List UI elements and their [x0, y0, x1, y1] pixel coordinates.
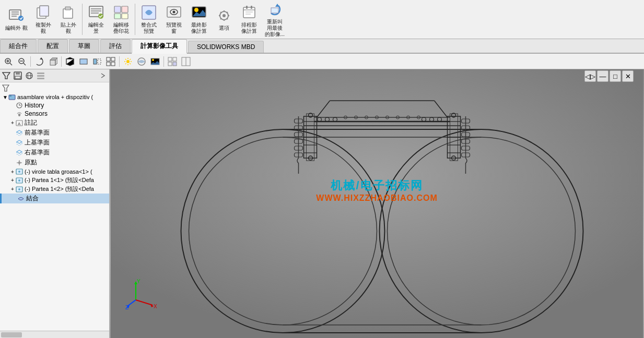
bottom-scrollbar[interactable] [0, 331, 109, 338]
partea1-expand[interactable]: + [9, 177, 16, 183]
tree-filter-row[interactable] [0, 83, 109, 93]
tab-assembly[interactable]: 組合件 [0, 39, 37, 53]
vp-close[interactable]: ✕ [622, 70, 634, 82]
toolbar-preview[interactable]: 預覽視窗 [162, 3, 185, 35]
paste-exterior-label: 貼上外觀 [61, 22, 76, 34]
tree-partea2[interactable]: + (-) Partea 1<2> (預設<Defa [0, 185, 109, 194]
svg-line-50 [130, 63, 131, 64]
wireframe-icon[interactable] [64, 55, 76, 68]
sensors-expand [9, 111, 16, 117]
tree-origin[interactable]: 原點 [0, 158, 109, 167]
viewport[interactable]: 机械/电子招标网 WWW.HIXZZHAOBIAO.COM Y Z X ◁ [110, 69, 644, 338]
tree-combine[interactable]: 結合 [0, 194, 109, 203]
virole-expand[interactable]: + [9, 169, 16, 175]
toolbar-final-render[interactable]: 最終影像計算 [188, 3, 210, 35]
svg-marker-72 [3, 85, 9, 91]
reload-label: 重新叫用最後的影像... [265, 19, 285, 38]
split-icon[interactable] [180, 55, 192, 68]
svg-point-44 [126, 60, 130, 63]
edit-exterior-label: 編輯外 觀 [5, 25, 28, 31]
toolbar-divider-2 [135, 4, 135, 35]
toolbar-paste-exterior[interactable]: 貼上外觀 [57, 3, 80, 35]
toolbar-edit-full[interactable]: 編輯全景 [85, 3, 108, 35]
rotate-icon[interactable] [33, 55, 45, 68]
light-icon[interactable] [122, 55, 134, 68]
tree-front-plane-label: 前基準面 [25, 128, 50, 137]
tab-bar: 組合件 配置 草圖 評估 計算影像工具 SOLIDWORKS MBD [0, 39, 644, 54]
material-icon[interactable] [135, 55, 148, 68]
svg-rect-9 [122, 6, 128, 13]
svg-point-85 [18, 179, 20, 182]
icon-sep-4 [163, 56, 164, 67]
tree-top-plane[interactable]: 上基準面 [0, 138, 109, 148]
scrollbar-thumb[interactable] [1, 332, 22, 337]
tree-root[interactable]: ▼ asamblare virola + dispozitiv ( [0, 93, 109, 101]
svg-rect-4 [63, 9, 73, 18]
svg-rect-42 [107, 62, 110, 66]
reload-icon [266, 1, 283, 18]
final-render-icon [191, 4, 207, 21]
tree-sensors-label: Sensors [25, 110, 48, 117]
partea2-expand[interactable]: + [9, 186, 16, 192]
composite-label: 整合式預覽 [141, 22, 157, 34]
svg-rect-74 [9, 95, 11, 96]
tree-sensors[interactable]: Sensors [0, 110, 109, 118]
svg-rect-10 [114, 14, 121, 19]
tree-virole[interactable]: + (-) virole tabla groasa<1> ( [0, 167, 109, 176]
composite-icon [140, 4, 157, 21]
tree-root-label: asamblare virola + dispozitiv ( [17, 94, 93, 100]
vp-collapse-left[interactable]: ◁▷ [584, 70, 596, 82]
svg-point-1 [18, 16, 24, 21]
svg-line-52 [125, 63, 126, 64]
svg-rect-5 [65, 7, 71, 10]
lp-filter-icon[interactable] [1, 70, 11, 81]
annotation-expand[interactable]: + [9, 120, 16, 126]
tab-evaluate[interactable]: 評估 [100, 39, 131, 53]
view3-icon[interactable] [104, 55, 117, 68]
svg-rect-88 [111, 69, 643, 338]
toolbar-edit-multiple[interactable]: 編輯移疊印花 [110, 3, 133, 35]
edit-full-label: 編輯全景 [88, 22, 104, 34]
lp-save-icon[interactable] [13, 70, 23, 81]
icon-sep-1 [30, 56, 31, 67]
vp-restore[interactable]: □ [610, 70, 621, 82]
tree-front-plane[interactable]: 前基準面 [0, 128, 109, 138]
history-expand [9, 103, 16, 108]
render-icon[interactable] [149, 55, 161, 68]
tree-annotation[interactable]: + A 註記 [0, 118, 109, 128]
tree-annotation-label: 註記 [25, 118, 37, 127]
tree-combine-label: 結合 [26, 194, 39, 203]
tab-render-tool[interactable]: 計算影像工具 [132, 39, 187, 54]
zoom-icon[interactable] [16, 55, 28, 68]
toolbar-reload[interactable]: 重新叫用最後的影像... [263, 0, 287, 39]
lp-globe-icon[interactable] [24, 70, 34, 81]
toolbar-edit-exterior[interactable]: 編輯外 觀 [3, 6, 30, 32]
tab-config[interactable]: 配置 [38, 39, 68, 53]
tree-history[interactable]: History [0, 101, 109, 110]
tree-partea1-label: (-) Partea 1<1> (預設<Defa [25, 176, 94, 184]
svg-rect-58 [168, 62, 172, 66]
tree-right-plane-label: 右基準面 [25, 148, 50, 157]
root-expand[interactable]: ▼ [2, 94, 8, 100]
expand-icon[interactable] [166, 55, 179, 68]
zoom-fit-icon[interactable] [2, 55, 15, 68]
solid-icon[interactable] [77, 55, 90, 68]
tab-drawing[interactable]: 草圖 [69, 39, 99, 53]
tree-partea1[interactable]: + (-) Partea 1<1> (預設<Defa [0, 176, 109, 185]
lp-expand-icon[interactable] [98, 70, 108, 81]
schedule-icon [241, 4, 257, 21]
toolbar-composite[interactable]: 整合式預覽 [137, 3, 160, 35]
svg-point-17 [194, 8, 198, 12]
tree-virole-label: (-) virole tabla groasa<1> ( [25, 168, 92, 175]
view-cube-icon[interactable] [46, 55, 59, 68]
svg-rect-37 [80, 59, 87, 64]
toolbar-copy-exterior[interactable]: 複製外觀 [32, 3, 55, 35]
toolbar-schedule[interactable]: 排程影像計算 [238, 3, 261, 35]
section-view-icon[interactable] [91, 55, 103, 68]
svg-rect-21 [246, 6, 248, 9]
lp-tree-icon[interactable] [36, 70, 46, 81]
tab-solidworks-mbd[interactable]: SOLIDWORKS MBD [188, 41, 264, 53]
toolbar-options[interactable]: 選項 [213, 6, 236, 32]
tree-right-plane[interactable]: 右基準面 [0, 148, 109, 158]
vp-minimize[interactable]: — [597, 70, 608, 82]
